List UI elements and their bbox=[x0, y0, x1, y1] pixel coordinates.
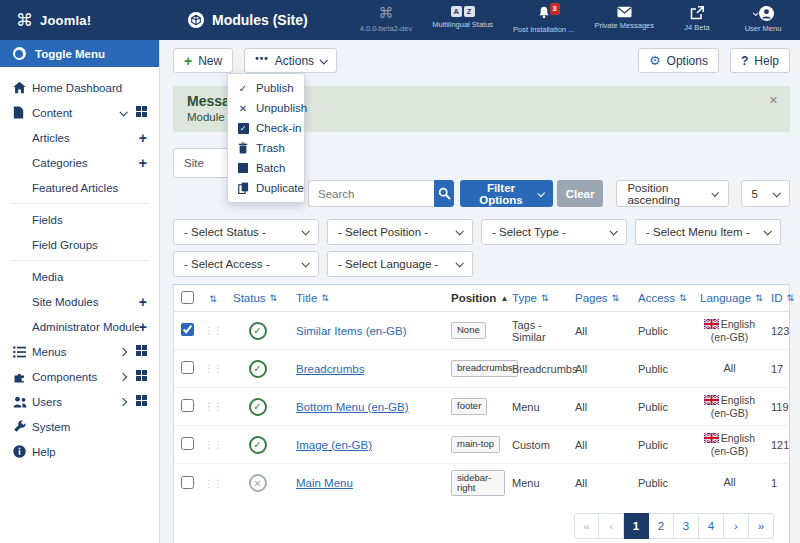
chevron-down-icon bbox=[711, 189, 719, 197]
ordering-sort-icon[interactable]: ⇅ bbox=[209, 294, 217, 304]
page-title: Modules (Site) bbox=[212, 12, 308, 28]
options-button[interactable]: ⚙ Options bbox=[638, 48, 719, 73]
add-category-icon[interactable]: + bbox=[139, 156, 147, 170]
column-header-position[interactable]: Position▲ bbox=[444, 292, 505, 304]
search-button[interactable] bbox=[434, 180, 454, 207]
type-filter-select[interactable]: - Select Type - bbox=[481, 219, 627, 245]
search-input[interactable] bbox=[308, 180, 434, 207]
select-all-checkbox[interactable] bbox=[181, 291, 194, 304]
toolbar: + New ••• Actions ⚙ Options ? Help bbox=[160, 40, 800, 73]
content-dashboard-icon[interactable] bbox=[136, 106, 147, 119]
sidebar-item-categories[interactable]: Categories + bbox=[0, 150, 159, 175]
users-icon bbox=[13, 396, 32, 408]
column-header-type[interactable]: Type⇅ bbox=[505, 292, 568, 304]
language-filter-select[interactable]: - Select Language - bbox=[327, 251, 473, 277]
module-title-link[interactable]: Image (en-GB) bbox=[296, 439, 372, 451]
published-status-icon[interactable]: ✓ bbox=[249, 398, 267, 416]
drag-handle-icon[interactable]: ⋮⋮ bbox=[200, 439, 226, 450]
menu-item-trash[interactable]: Trash bbox=[228, 138, 304, 158]
components-dashboard-icon[interactable] bbox=[136, 370, 147, 383]
row-checkbox[interactable] bbox=[181, 323, 194, 336]
users-dashboard-icon[interactable] bbox=[136, 395, 147, 408]
sidebar-item-featured-articles[interactable]: Featured Articles bbox=[0, 175, 159, 200]
position-filter-select[interactable]: - Select Position - bbox=[327, 219, 473, 245]
sidebar-item-site-modules[interactable]: Site Modules + bbox=[0, 289, 159, 314]
sidebar-item-content[interactable]: Content bbox=[0, 100, 159, 125]
drag-handle-icon[interactable]: ⋮⋮ bbox=[200, 401, 226, 412]
filter-options-button[interactable]: Filter Options bbox=[460, 180, 552, 207]
row-checkbox[interactable] bbox=[181, 361, 194, 374]
j4-beta-link[interactable]: J4 Beta bbox=[674, 6, 720, 32]
drag-handle-icon[interactable]: ⋮⋮ bbox=[200, 363, 226, 374]
module-id: 119 bbox=[764, 401, 789, 413]
actions-button[interactable]: ••• Actions bbox=[244, 48, 337, 73]
sidebar-item-fields[interactable]: Fields bbox=[0, 207, 159, 232]
sidebar-item-administrator-modules[interactable]: Administrator Modules + bbox=[0, 314, 159, 339]
ordering-select[interactable]: Position ascending bbox=[616, 180, 728, 207]
published-status-icon[interactable]: ✓ bbox=[249, 436, 267, 454]
notification-badge: 3 bbox=[550, 3, 560, 15]
add-site-module-icon[interactable]: + bbox=[139, 295, 147, 309]
menus-dashboard-icon[interactable] bbox=[136, 345, 147, 358]
module-title-link[interactable]: Similar Items (en-GB) bbox=[296, 325, 407, 337]
menu-item-check-in[interactable]: ✓ Check-in bbox=[228, 118, 304, 138]
column-header-title[interactable]: Title⇅ bbox=[289, 292, 444, 304]
sidebar-item-menus[interactable]: Menus bbox=[0, 339, 159, 364]
sidebar-item-field-groups[interactable]: Field Groups bbox=[0, 232, 159, 257]
sidebar-item-system[interactable]: System bbox=[0, 414, 159, 439]
sidebar-item-components[interactable]: Components bbox=[0, 364, 159, 389]
menu-item-batch[interactable]: Batch bbox=[228, 158, 304, 178]
menu-item-publish[interactable]: ✓ Publish bbox=[228, 78, 304, 98]
drag-handle-icon[interactable]: ⋮⋮ bbox=[200, 325, 226, 336]
sidebar-item-articles[interactable]: Articles + bbox=[0, 125, 159, 150]
column-header-status[interactable]: Status⇅ bbox=[226, 292, 289, 304]
sidebar-item-users[interactable]: Users bbox=[0, 389, 159, 414]
column-header-access[interactable]: Access⇅ bbox=[631, 292, 693, 304]
pagination-page-3[interactable]: 3 bbox=[674, 513, 699, 539]
close-icon[interactable]: ✕ bbox=[769, 94, 778, 107]
pagination-first[interactable]: « bbox=[574, 513, 599, 539]
private-messages-button[interactable]: Private Messages bbox=[594, 6, 654, 30]
column-header-language[interactable]: Language⇅ bbox=[693, 292, 764, 304]
help-button[interactable]: ? Help bbox=[730, 48, 790, 73]
pagination-next[interactable]: › bbox=[724, 513, 749, 539]
pagination-page-1[interactable]: 1 bbox=[624, 513, 649, 539]
post-installation-button[interactable]: 3 Post Installation ... bbox=[513, 6, 574, 34]
menu-item-filter-select[interactable]: - Select Menu Item - bbox=[635, 219, 781, 245]
multilingual-status-button[interactable]: AZ Multilingual Status bbox=[432, 6, 493, 29]
unpublished-status-icon[interactable]: ✕ bbox=[249, 474, 267, 492]
pagination-last[interactable]: » bbox=[749, 513, 774, 539]
published-status-icon[interactable]: ✓ bbox=[249, 322, 267, 340]
column-header-id[interactable]: ID⇅ bbox=[764, 292, 789, 304]
user-menu-button[interactable]: User Menu bbox=[740, 6, 786, 33]
module-title-link[interactable]: Breadcrumbs bbox=[296, 363, 364, 375]
envelope-icon bbox=[617, 6, 632, 18]
pagination-prev[interactable]: ‹ bbox=[599, 513, 624, 539]
menu-item-unpublish[interactable]: ✕ Unpublish bbox=[228, 98, 304, 118]
toggle-menu-button[interactable]: Toggle Menu bbox=[0, 40, 159, 67]
column-header-pages[interactable]: Pages⇅ bbox=[568, 292, 631, 304]
limit-select[interactable]: 5 bbox=[741, 180, 791, 207]
drag-handle-icon[interactable]: ⋮⋮ bbox=[200, 478, 226, 489]
sidebar-item-help[interactable]: Help bbox=[0, 439, 159, 464]
checkbox-icon: ✓ bbox=[237, 123, 249, 134]
row-checkbox[interactable] bbox=[181, 476, 194, 489]
add-admin-module-icon[interactable]: + bbox=[139, 320, 147, 334]
uk-flag-icon bbox=[704, 433, 719, 443]
add-article-icon[interactable]: + bbox=[139, 131, 147, 145]
row-checkbox[interactable] bbox=[181, 399, 194, 412]
sidebar-item-media[interactable]: Media bbox=[0, 264, 159, 289]
status-filter-select[interactable]: - Select Status - bbox=[173, 219, 319, 245]
pagination-page-4[interactable]: 4 bbox=[699, 513, 724, 539]
pagination-page-2[interactable]: 2 bbox=[649, 513, 674, 539]
clear-button[interactable]: Clear bbox=[557, 180, 604, 207]
module-title-link[interactable]: Bottom Menu (en-GB) bbox=[296, 401, 408, 413]
sidebar-item-home-dashboard[interactable]: Home Dashboard bbox=[0, 75, 159, 100]
published-status-icon[interactable]: ✓ bbox=[249, 360, 267, 378]
row-checkbox[interactable] bbox=[181, 437, 194, 450]
menu-item-duplicate[interactable]: Duplicate bbox=[228, 178, 304, 198]
module-title-link[interactable]: Main Menu bbox=[296, 477, 353, 489]
new-button[interactable]: + New bbox=[173, 48, 233, 73]
access-filter-select[interactable]: - Select Access - bbox=[173, 251, 319, 277]
module-language: English (en-GB) bbox=[693, 318, 764, 343]
